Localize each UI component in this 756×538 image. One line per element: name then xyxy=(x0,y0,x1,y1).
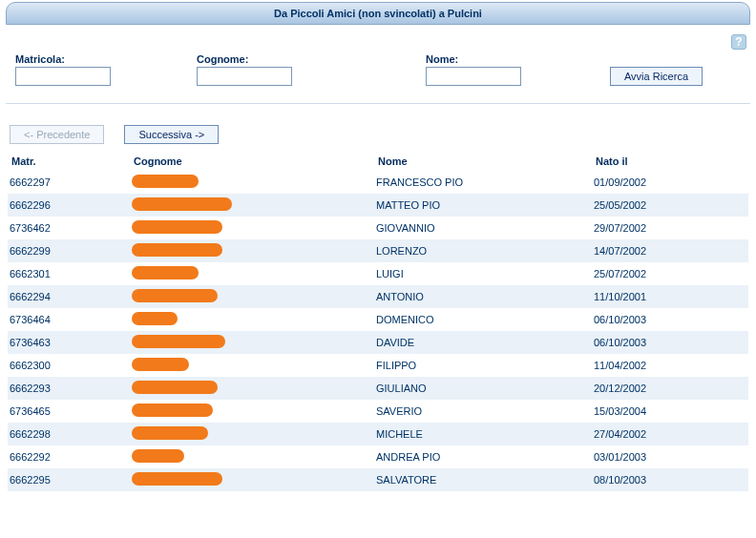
cell-matr: 6662292 xyxy=(8,451,132,463)
label-nome: Nome: xyxy=(426,53,521,65)
label-cognome: Cognome: xyxy=(197,53,292,65)
cell-cognome xyxy=(132,335,376,350)
cell-nato: 06/10/2003 xyxy=(594,337,748,348)
cell-matr: 6662301 xyxy=(8,268,132,279)
search-button-wrap: Avvia Ricerca xyxy=(610,67,703,86)
table-row: 6736462GIOVANNIO29/07/2002 xyxy=(8,217,748,239)
cell-nome: GIOVANNIO xyxy=(376,222,594,234)
th-cognome: Cognome xyxy=(134,155,378,167)
page-title: Da Piccoli Amici (non svincolati) a Pulc… xyxy=(274,8,482,19)
cell-nome: SAVERIO xyxy=(376,405,594,417)
cell-nato: 29/07/2002 xyxy=(594,222,748,234)
table-row: 6736465SAVERIO15/03/2004 xyxy=(8,400,748,423)
cell-nome: DAVIDE xyxy=(376,337,594,348)
table-row: 6736464DOMENICO06/10/2003 xyxy=(8,308,748,331)
redacted-cognome xyxy=(132,197,232,211)
cell-nome: ANDREA PIO xyxy=(376,451,594,463)
search-button[interactable]: Avvia Ricerca xyxy=(610,67,703,86)
next-page-button[interactable]: Successiva -> xyxy=(124,125,219,144)
label-matricola: Matricola: xyxy=(15,53,111,65)
cell-nato: 08/10/2003 xyxy=(594,474,748,486)
cell-nome: FRANCESCO PIO xyxy=(376,176,594,188)
th-matr: Matr. xyxy=(10,155,134,167)
cell-nome: MATTEO PIO xyxy=(376,199,594,211)
redacted-cognome xyxy=(132,266,199,279)
table-row: 6662296MATTEO PIO25/05/2002 xyxy=(8,194,748,217)
table-header-row: Matr. Cognome Nome Nato il xyxy=(8,152,748,171)
input-nome[interactable] xyxy=(426,67,521,86)
cell-nato: 11/10/2001 xyxy=(594,291,748,302)
redacted-cognome xyxy=(132,404,213,417)
cell-cognome xyxy=(132,312,376,327)
redacted-cognome xyxy=(132,289,218,302)
input-matricola[interactable] xyxy=(15,67,111,86)
cell-matr: 6662296 xyxy=(8,199,132,211)
redacted-cognome xyxy=(132,449,184,463)
table-row: 6662293GIULIANO20/12/2002 xyxy=(8,377,748,400)
cell-matr: 6662297 xyxy=(8,176,132,188)
cell-nato: 20/12/2002 xyxy=(594,383,748,394)
cell-matr: 6662298 xyxy=(8,428,132,440)
results-table: Matr. Cognome Nome Nato il 6662297FRANCE… xyxy=(8,152,748,491)
table-row: 6662300FILIPPO11/04/2002 xyxy=(8,354,748,377)
cell-cognome xyxy=(132,266,376,281)
pager: <- Precedente Successiva -> xyxy=(10,125,746,144)
cell-nato: 15/03/2004 xyxy=(594,405,748,417)
redacted-cognome xyxy=(132,358,189,371)
cell-cognome xyxy=(132,472,376,487)
cell-cognome xyxy=(132,404,376,419)
cell-nome: GIULIANO xyxy=(376,383,594,394)
field-cognome: Cognome: xyxy=(197,53,292,86)
search-form: Matricola: Cognome: Nome: Avvia Ricerca xyxy=(6,50,750,104)
table-row: 6736463DAVIDE06/10/2003 xyxy=(8,331,748,354)
cell-nome: LUIGI xyxy=(376,268,594,279)
redacted-cognome xyxy=(132,335,225,348)
cell-cognome xyxy=(132,426,376,442)
help-icon[interactable]: ? xyxy=(731,34,746,50)
redacted-cognome xyxy=(132,472,222,486)
cell-cognome xyxy=(132,358,376,373)
cell-cognome xyxy=(132,175,376,190)
redacted-cognome xyxy=(132,426,208,440)
field-nome: Nome: xyxy=(426,53,521,86)
prev-page-button: <- Precedente xyxy=(10,125,104,144)
cell-cognome xyxy=(132,449,376,465)
cell-matr: 6736462 xyxy=(8,222,132,234)
redacted-cognome xyxy=(132,381,218,394)
cell-nato: 06/10/2003 xyxy=(594,314,748,325)
redacted-cognome xyxy=(132,175,199,188)
field-matricola: Matricola: xyxy=(15,53,111,86)
redacted-cognome xyxy=(132,243,222,257)
cell-matr: 6662294 xyxy=(8,291,132,302)
cell-nato: 14/07/2002 xyxy=(594,245,748,257)
cell-cognome xyxy=(132,289,376,304)
cell-nome: SALVATORE xyxy=(376,474,594,486)
table-row: 6662299LORENZO14/07/2002 xyxy=(8,239,748,262)
cell-nome: DOMENICO xyxy=(376,314,594,325)
cell-cognome xyxy=(132,197,376,213)
cell-cognome xyxy=(132,243,376,259)
page-title-bar: Da Piccoli Amici (non svincolati) a Pulc… xyxy=(6,2,750,25)
help-row: ? xyxy=(0,25,756,50)
table-row: 6662292ANDREA PIO03/01/2003 xyxy=(8,445,748,468)
cell-nome: FILIPPO xyxy=(376,360,594,371)
cell-matr: 6662295 xyxy=(8,474,132,486)
table-row: 6662301LUIGI25/07/2002 xyxy=(8,262,748,285)
cell-matr: 6662299 xyxy=(8,245,132,257)
input-cognome[interactable] xyxy=(197,67,292,86)
table-row: 6662295SALVATORE08/10/2003 xyxy=(8,468,748,491)
th-nome: Nome xyxy=(378,155,596,167)
cell-matr: 6662293 xyxy=(8,383,132,394)
cell-nome: LORENZO xyxy=(376,245,594,257)
table-row: 6662298MICHELE27/04/2002 xyxy=(8,423,748,445)
cell-nome: ANTONIO xyxy=(376,291,594,302)
cell-nato: 25/05/2002 xyxy=(594,199,748,211)
redacted-cognome xyxy=(132,220,222,234)
cell-nato: 25/07/2002 xyxy=(594,268,748,279)
cell-nato: 27/04/2002 xyxy=(594,428,748,440)
cell-nato: 03/01/2003 xyxy=(594,451,748,463)
cell-nato: 11/04/2002 xyxy=(594,360,748,371)
cell-cognome xyxy=(132,220,376,236)
cell-nato: 01/09/2002 xyxy=(594,176,748,188)
table-row: 6662294ANTONIO11/10/2001 xyxy=(8,285,748,308)
